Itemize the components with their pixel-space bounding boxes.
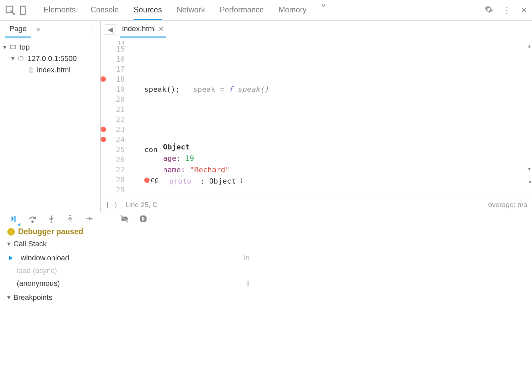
breakpoints-header[interactable]: ▶Breakpoints (0, 290, 532, 305)
coverage-label: overage: n/a (488, 201, 527, 209)
sidebar-more-icon[interactable]: » (36, 25, 40, 34)
debugger-paused-banner: i Debugger paused (0, 227, 532, 236)
tab-sources[interactable]: Sources (134, 1, 162, 20)
file-tab-index[interactable]: index.html✕ (120, 21, 166, 38)
svg-rect-2 (11, 45, 16, 49)
callstack-header[interactable]: ▶Call Stack (0, 236, 532, 252)
info-icon: i (7, 228, 15, 236)
sidebar-tab-page[interactable]: Page (5, 21, 31, 38)
tab-elements[interactable]: Elements (44, 1, 76, 20)
svg-point-5 (69, 215, 71, 216)
file-tab-label: index.html (122, 24, 156, 33)
sidebar-menu-icon[interactable]: ⋮ (88, 25, 96, 34)
code-editor: ◀ index.html✕ ▲ ▼ ▲ 14 15161718192021222… (101, 21, 532, 212)
main-area: Page » ⋮ ▶top ▶127.0.0.1:5500 index.html… (0, 21, 532, 212)
breakpoint-18[interactable] (101, 76, 106, 82)
tree-host[interactable]: ▶127.0.0.1:5500 (1, 53, 99, 64)
svg-rect-8 (144, 217, 145, 220)
more-tabs-icon[interactable]: » (321, 1, 325, 20)
resume-icon[interactable]: ◢ (9, 214, 18, 225)
stack-frame-anonymous[interactable]: (anonymous)ii (0, 277, 532, 290)
tree-top[interactable]: ▶top (1, 42, 99, 53)
paused-text: Debugger paused (18, 227, 83, 236)
tab-performance[interactable]: Performance (220, 1, 264, 20)
step-over-icon[interactable] (28, 214, 37, 225)
code-area[interactable]: ▲ ▼ ▲ 14 151617181920212223242526272829 … (101, 38, 532, 197)
stack-frame-load-async: load (async) (0, 264, 532, 277)
close-icon[interactable]: ✕ (521, 6, 527, 15)
tooltip-title: Object (163, 143, 190, 151)
kebab-menu-icon[interactable]: ⋮ (502, 5, 511, 15)
step-icon[interactable] (85, 214, 93, 225)
file-tree: ▶top ▶127.0.0.1:5500 index.html (0, 38, 100, 79)
tab-console[interactable]: Console (91, 1, 119, 20)
svg-point-6 (91, 218, 93, 219)
value-tooltip: Object age: 19 name: "Rechard" ▶__proto_… (158, 139, 241, 190)
settings-icon[interactable] (484, 5, 493, 15)
step-out-icon[interactable] (66, 214, 74, 225)
breakpoint-24[interactable] (101, 137, 106, 142)
svg-rect-1 (20, 6, 25, 15)
tab-memory[interactable]: Memory (279, 1, 307, 20)
tab-network[interactable]: Network (177, 1, 205, 20)
debugger-toolbar: ◢ (0, 212, 532, 227)
navigator-sidebar: Page » ⋮ ▶top ▶127.0.0.1:5500 index.html (0, 21, 101, 212)
svg-point-4 (51, 221, 52, 222)
cursor-position: Line 25, C (125, 201, 158, 209)
close-tab-icon[interactable]: ✕ (158, 25, 164, 33)
format-icon[interactable]: { } (105, 201, 118, 209)
devtools-tabbar: Elements Console Sources Network Perform… (0, 0, 532, 21)
tree-file[interactable]: index.html (1, 64, 99, 76)
tree-host-label: 127.0.0.1:5500 (28, 54, 77, 63)
svg-rect-7 (142, 217, 143, 220)
tree-file-label: index.html (37, 66, 70, 74)
stack-frame-onload[interactable]: window.onloadin (0, 252, 532, 264)
pause-exceptions-icon[interactable] (139, 214, 148, 225)
breakpoint-23[interactable] (101, 127, 106, 132)
editor-status-bar: { } Line 25, C overage: n/a (101, 197, 532, 212)
select-element-icon[interactable] (5, 5, 16, 16)
debug-panels: ▶Call Stack window.onloadin load (async)… (0, 236, 532, 305)
device-toolbar-icon[interactable] (18, 5, 30, 16)
svg-point-3 (32, 221, 33, 222)
line-gutter: 14 151617181920212223242526272829 (101, 38, 128, 191)
prev-file-icon[interactable]: ◀ (105, 24, 115, 35)
tree-top-label: top (19, 43, 30, 52)
step-into-icon[interactable] (47, 214, 56, 225)
deactivate-breakpoints-icon[interactable] (120, 214, 129, 225)
